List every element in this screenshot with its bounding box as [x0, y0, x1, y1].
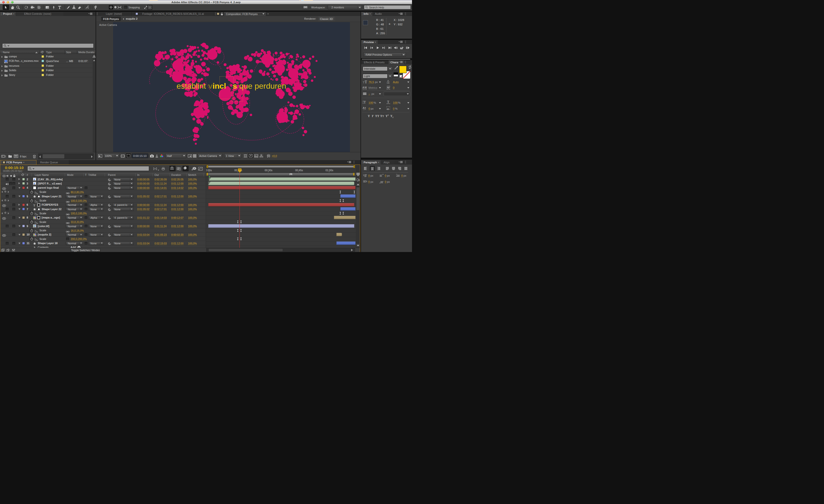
svg-text:T: T [363, 80, 365, 84]
svg-text:W: W [365, 86, 367, 89]
svg-text:A: A [363, 106, 365, 109]
svg-text:あ: あ [387, 108, 389, 110]
svg-text:MOV: MOV [5, 62, 7, 63]
svg-text:T: T [365, 80, 367, 84]
svg-text:T: T [387, 100, 389, 104]
svg-text:A: A [363, 86, 364, 89]
svg-text:A: A [388, 82, 389, 84]
svg-text:a: a [365, 106, 366, 109]
svg-text:T: T [33, 204, 35, 207]
svg-text:T: T [364, 101, 366, 104]
svg-text:I: I [387, 82, 388, 84]
